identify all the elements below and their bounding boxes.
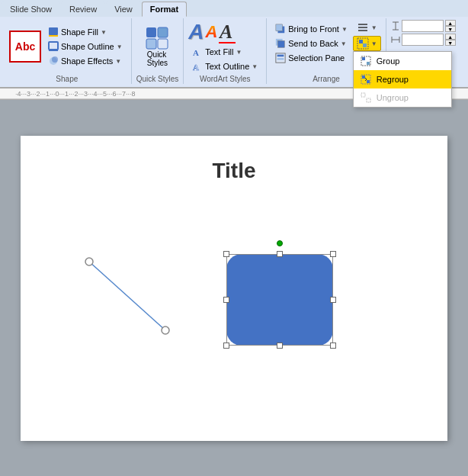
bring-to-front-label: Bring to Front [288,24,339,34]
group-button[interactable]: ▼ [353,36,381,51]
handle-tc[interactable] [277,251,283,257]
wordart-a-gradient: A [205,22,217,42]
width-spin-down[interactable]: ▼ [445,40,456,46]
handle-br[interactable] [330,343,336,349]
group-wordart: A A A A Text Fill ▼ A Text Outline ▼ [184,18,267,84]
svg-rect-9 [158,39,168,49]
svg-rect-7 [158,27,168,37]
slide-area: Title [0,100,468,476]
group-icon [357,37,369,50]
svg-rect-20 [277,58,284,60]
shape-effects-button[interactable]: Shape Effects ▼ [44,54,127,68]
shape-effects-label: Shape Effects [61,56,113,66]
handle-tl[interactable] [223,251,229,257]
svg-rect-28 [362,57,365,60]
wordart-a-blue: A [188,21,204,43]
wordart-fill-label: Text Fill [205,47,233,56]
width-row: ▲ ▼ [391,34,456,46]
arrange-row: Bring to Front ▼ Send to Back ▼ Selectio… [271,20,380,67]
ungroup-menu-icon [360,92,372,104]
tab-review[interactable]: Review [61,2,105,17]
regroup-menu-icon [360,73,372,85]
shape-outline-arrow: ▼ [117,43,123,50]
tab-view[interactable]: View [106,2,141,17]
selection-pane-label: Selection Pane [288,53,345,63]
svg-point-5 [52,56,58,63]
group-dropdown-wrapper: ▼ Group [353,36,381,51]
ungroup-menu-label: Ungroup [377,93,409,102]
height-input[interactable] [402,20,444,32]
svg-point-44 [162,326,169,334]
shape-preview: Abc [9,31,41,63]
send-to-back-icon [275,38,286,49]
group-shape: Abc Shape Fill ▼ Shape Outline ▼ [3,18,132,84]
align-button[interactable]: ▼ [353,20,381,35]
group-wordart-label: WordArt Styles [200,73,251,84]
group-arrange-label: Arrange [313,73,340,84]
wordart-fill-btn[interactable]: A Text Fill ▼ [188,45,261,59]
svg-line-42 [89,262,165,330]
shape-outline-button[interactable]: Shape Outline ▼ [44,40,127,53]
dropdown-item-regroup[interactable]: Regroup [354,70,451,88]
align-icon [357,21,369,34]
shape-preview-row: Abc Shape Fill ▼ Shape Outline ▼ [8,25,127,68]
wordart-outline-btn[interactable]: A Text Outline ▼ [188,60,261,73]
svg-rect-1 [49,35,58,37]
height-spin-up[interactable]: ▲ [445,20,456,26]
svg-rect-17 [278,41,285,48]
ribbon: Slide Show Review View Format Abc Shape … [0,0,468,100]
handle-bl[interactable] [223,343,229,349]
wordart-outline-label: Text Outline [205,62,249,71]
group-dropdown-menu: Group Regroup [353,51,452,108]
wordart-fill-arrow: ▼ [236,49,242,56]
height-spin-down[interactable]: ▼ [445,26,456,32]
svg-rect-8 [146,39,156,49]
quick-styles-button[interactable]: QuickStyles [136,24,179,69]
width-input[interactable] [402,34,444,46]
bring-to-front-button[interactable]: Bring to Front ▼ [271,22,351,36]
wordart-section: A A A [188,20,261,44]
group-arrow: ▼ [371,40,377,47]
width-icon [391,35,400,44]
dropdown-item-ungroup: Ungroup [354,88,451,107]
group-quickstyles: QuickStyles Quick Styles [132,18,184,84]
handle-ml[interactable] [223,297,229,303]
handle-tr[interactable] [330,251,336,257]
handle-mr[interactable] [330,297,336,303]
outline-icon [48,41,59,52]
shape-buttons: Shape Fill ▼ Shape Outline ▼ Shape Effec… [44,25,127,68]
tab-format[interactable]: Format [142,2,187,17]
rounded-rect-shape[interactable] [226,254,333,346]
svg-text:A: A [193,63,199,72]
wordart-outline-icon: A [192,61,203,72]
handle-rotate[interactable] [277,240,283,246]
svg-rect-33 [361,93,365,97]
svg-rect-6 [146,27,156,37]
svg-rect-26 [363,43,367,47]
selection-pane-button[interactable]: Selection Pane [271,51,351,65]
selection-pane-icon [275,53,286,63]
handle-bc[interactable] [277,343,283,349]
shape-outline-label: Shape Outline [61,42,114,51]
send-to-back-button[interactable]: Send to Back ▼ [271,37,351,50]
tab-slideshow[interactable]: Slide Show [2,2,60,17]
svg-text:A: A [193,48,199,57]
shape-effects-arrow: ▼ [115,58,121,65]
svg-text:A: A [219,21,232,43]
slide: Title [21,136,447,441]
width-spin-up[interactable]: ▲ [445,34,456,40]
bring-to-front-icon [275,24,286,34]
wordart-underline-icon: A [219,20,236,44]
line-shape[interactable] [82,254,173,338]
ruler-mark: ·4···3···2···1···0···1···2···3···4···5··… [15,90,136,98]
svg-rect-31 [362,76,365,79]
align-arrow: ▼ [371,24,377,31]
group-menu-label: Group [377,56,400,66]
svg-rect-19 [277,55,284,57]
bring-to-front-arrow: ▼ [341,26,348,33]
dropdown-item-group[interactable]: Group [354,52,451,70]
shape-fill-arrow: ▼ [101,29,107,36]
shape-fill-button[interactable]: Shape Fill ▼ [44,25,127,39]
svg-point-43 [85,258,93,265]
svg-rect-2 [49,42,58,50]
